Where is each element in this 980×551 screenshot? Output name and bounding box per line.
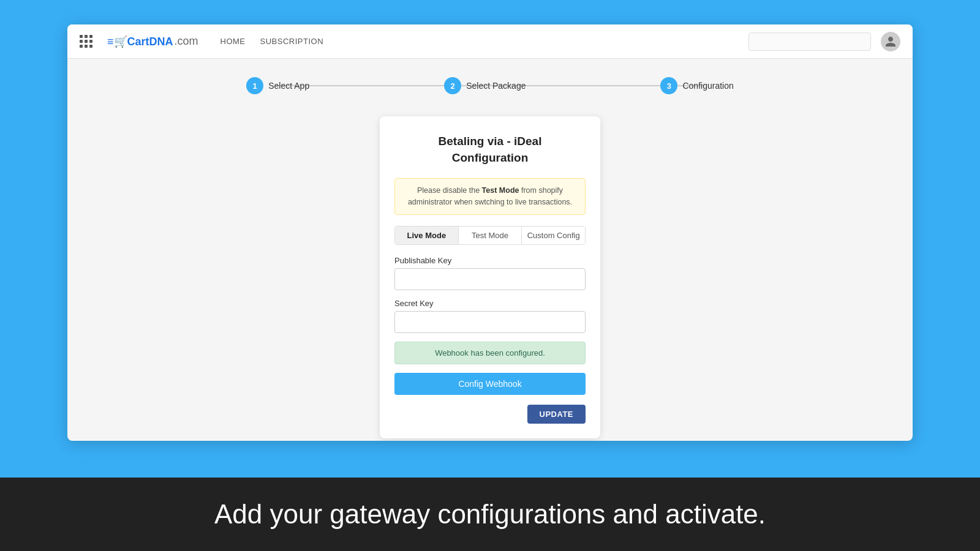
logo[interactable]: ≡🛒CartDNA.com xyxy=(107,35,198,48)
grid-icon[interactable] xyxy=(80,35,92,48)
mode-tabs: Live Mode Test Mode Custom Config xyxy=(394,226,586,245)
publishable-key-input[interactable] xyxy=(394,268,586,290)
step-1-label: Select App xyxy=(268,81,309,91)
topbar: ≡🛒CartDNA.com HOME SUBSCRIPTION xyxy=(67,24,913,59)
nav-subscription[interactable]: SUBSCRIPTION xyxy=(260,37,324,46)
search-input[interactable] xyxy=(748,32,871,51)
browser-window: ≡🛒CartDNA.com HOME SUBSCRIPTION 1 Select… xyxy=(67,24,913,441)
config-card: Betaling via - iDeal Configuration Pleas… xyxy=(380,116,600,438)
tab-test-mode[interactable]: Test Mode xyxy=(459,227,522,244)
step-3: 3 Configuration xyxy=(660,77,733,94)
caption-bar: Add your gateway configurations and acti… xyxy=(0,478,980,551)
card-title: Betaling via - iDeal Configuration xyxy=(394,133,586,166)
nav-home[interactable]: HOME xyxy=(221,37,246,46)
secret-key-group: Secret Key xyxy=(394,299,586,333)
step-2-label: Select Package xyxy=(466,81,526,91)
publishable-key-label: Publishable Key xyxy=(394,256,586,265)
step-3-label: Configuration xyxy=(682,81,733,91)
caption-text: Add your gateway configurations and acti… xyxy=(214,499,766,530)
step-1-circle: 1 xyxy=(246,77,263,94)
btn-row: UPDATE xyxy=(394,405,586,424)
step-1: 1 Select App xyxy=(246,77,309,94)
step-2: 2 Select Package xyxy=(444,77,526,94)
step-2-circle: 2 xyxy=(444,77,461,94)
notice-banner: Please disable the Test Mode from shopif… xyxy=(394,178,586,215)
avatar[interactable] xyxy=(881,32,900,51)
config-webhook-button[interactable]: Config Webhook xyxy=(394,373,586,395)
webhook-status: Webhook has been configured. xyxy=(394,342,586,364)
update-button[interactable]: UPDATE xyxy=(527,405,586,424)
main-nav: HOME SUBSCRIPTION xyxy=(221,37,324,46)
notice-bold: Test Mode xyxy=(482,186,519,195)
secret-key-input[interactable] xyxy=(394,311,586,333)
main-content: 1 Select App 2 Select Package 3 Configur… xyxy=(67,59,913,441)
publishable-key-group: Publishable Key xyxy=(394,256,586,290)
tab-custom-config[interactable]: Custom Config xyxy=(522,227,585,244)
topbar-right xyxy=(748,32,900,51)
stepper: 1 Select App 2 Select Package 3 Configur… xyxy=(92,77,888,94)
tab-live-mode[interactable]: Live Mode xyxy=(395,227,459,244)
secret-key-label: Secret Key xyxy=(394,299,586,308)
step-3-circle: 3 xyxy=(660,77,677,94)
